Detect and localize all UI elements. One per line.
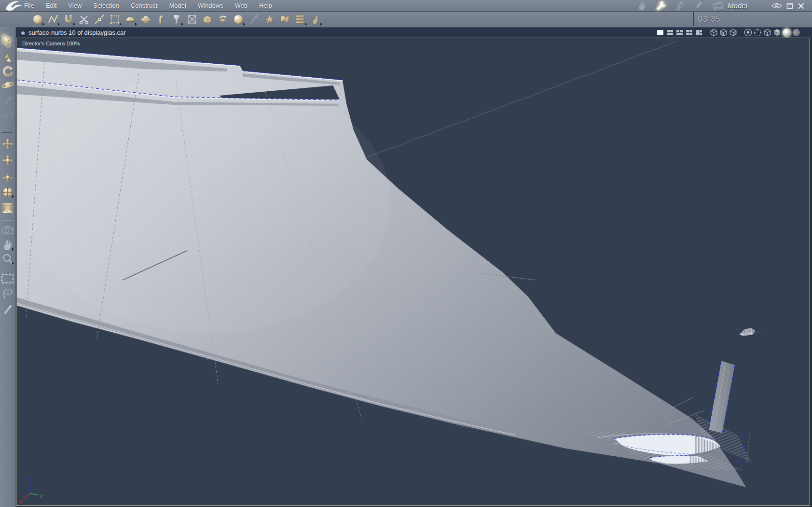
menu-construct[interactable]: Construct bbox=[131, 2, 158, 9]
link-tool-icon[interactable] bbox=[1, 108, 14, 121]
wireframe-mode-icon[interactable] bbox=[763, 28, 771, 37]
toolbar-divider bbox=[693, 12, 694, 26]
eye-icon[interactable] bbox=[771, 2, 783, 10]
pan-plane-icon[interactable] bbox=[1, 170, 14, 183]
assemble-hand-icon[interactable] bbox=[636, 0, 648, 11]
trackball-icon[interactable] bbox=[1, 185, 14, 198]
paint-select-icon[interactable] bbox=[1, 302, 14, 315]
camera-label: Director's Camera 100% bbox=[22, 41, 80, 46]
reference-cube-b-icon[interactable] bbox=[719, 28, 728, 37]
menu-items: File Edit View Selection Construct Model… bbox=[24, 0, 272, 11]
pan-ball-icon[interactable] bbox=[1, 154, 14, 167]
texture-brush-icon[interactable] bbox=[692, 0, 705, 11]
hand-pan-icon[interactable] bbox=[1, 238, 14, 251]
menu-selection[interactable]: Selection bbox=[93, 2, 119, 9]
menu-help[interactable]: Help bbox=[259, 2, 272, 9]
marquee-select-icon[interactable] bbox=[1, 272, 14, 285]
axis-x-label: x bbox=[19, 498, 23, 504]
menu-file[interactable]: File bbox=[24, 2, 34, 9]
walkthrough-icon[interactable] bbox=[1, 201, 14, 214]
mode-label: Model bbox=[728, 1, 753, 10]
render-film-icon[interactable] bbox=[711, 0, 725, 11]
loft-tool-icon[interactable] bbox=[216, 13, 230, 26]
scissors-tool-icon[interactable] bbox=[77, 13, 91, 26]
select-points-tool-icon[interactable] bbox=[108, 13, 122, 26]
surface-sheen bbox=[24, 72, 391, 333]
floating-fragment[interactable] bbox=[740, 328, 762, 336]
rail-divider bbox=[2, 269, 13, 269]
send-to-camera-icon[interactable] bbox=[744, 28, 752, 37]
layout-quad-icon[interactable] bbox=[685, 28, 693, 37]
axis-z-label: z bbox=[27, 476, 30, 482]
rail-divider bbox=[2, 220, 13, 220]
block-tool-icon[interactable] bbox=[201, 13, 214, 26]
lasso-select-icon[interactable] bbox=[1, 287, 14, 300]
carrara-window: { "app": { "mode_label": "Model", "windo… bbox=[0, 0, 812, 507]
universal-manipulator-icon[interactable] bbox=[1, 78, 14, 91]
surface-post[interactable] bbox=[709, 361, 735, 433]
layout-rows-icon[interactable] bbox=[666, 28, 674, 37]
document-dot-icon[interactable] bbox=[21, 31, 26, 36]
polyline-tool-icon[interactable] bbox=[46, 13, 60, 26]
toolbar-clock: 03:35 bbox=[698, 14, 721, 24]
construction-lines bbox=[365, 41, 678, 158]
reference-cube-a-icon[interactable] bbox=[710, 28, 718, 37]
move-3d-icon[interactable] bbox=[1, 51, 14, 64]
stack-tool-icon[interactable] bbox=[293, 13, 307, 26]
pan-xy-icon[interactable] bbox=[1, 137, 14, 150]
document-bar: surface-nurbs 10 of displayglas.car bbox=[15, 27, 812, 38]
shiny-sphere-tool-icon[interactable] bbox=[232, 13, 245, 26]
add-point-tool-icon[interactable] bbox=[93, 13, 106, 26]
flat-shade-mode-icon[interactable] bbox=[773, 28, 781, 37]
layout-three-pane-icon[interactable] bbox=[675, 28, 684, 37]
eyedropper-icon[interactable] bbox=[1, 93, 14, 106]
carrara-logo-icon bbox=[4, 0, 24, 11]
menu-view[interactable]: View bbox=[68, 2, 82, 9]
layout-large-left-icon[interactable] bbox=[695, 28, 703, 37]
maximize-icon[interactable] bbox=[786, 2, 793, 10]
spline-tool-icon[interactable] bbox=[309, 13, 322, 26]
smooth-shade-mode-icon[interactable] bbox=[783, 28, 791, 37]
camera-move-icon[interactable] bbox=[1, 224, 14, 237]
model-wrench-icon[interactable] bbox=[655, 0, 667, 11]
textured-mode-icon[interactable] bbox=[792, 28, 800, 37]
axis-indicator: z y x bbox=[19, 476, 43, 504]
rail-divider bbox=[2, 132, 13, 133]
menu-edit[interactable]: Edit bbox=[46, 2, 56, 9]
deform-tool-icon[interactable] bbox=[262, 13, 276, 26]
magnet-tool-icon[interactable] bbox=[62, 13, 75, 26]
select-arrow-icon[interactable] bbox=[1, 34, 14, 47]
toolbar-tools bbox=[31, 13, 322, 26]
lathe-tool-icon[interactable] bbox=[139, 13, 152, 26]
half-sphere-tool-icon[interactable] bbox=[124, 13, 137, 26]
rotate-gizmo-icon[interactable] bbox=[754, 28, 762, 37]
document-title: surface-nurbs 10 of displayglas.car bbox=[28, 29, 126, 36]
storyboard-pen-icon[interactable] bbox=[674, 0, 686, 11]
zoom-icon[interactable] bbox=[1, 252, 14, 265]
menu-bar: File Edit View Selection Construct Model… bbox=[0, 0, 812, 12]
mode-switcher bbox=[636, 0, 725, 11]
extrude-tool-icon[interactable] bbox=[154, 13, 168, 26]
goblet-tool-icon[interactable] bbox=[170, 13, 183, 26]
axis-y-label: y bbox=[40, 493, 43, 498]
viewport[interactable]: Director's Camera 100% bbox=[16, 38, 810, 506]
menu-windows[interactable]: Windows bbox=[198, 2, 223, 9]
close-icon[interactable] bbox=[798, 2, 804, 10]
model-toolbar: 03:35 bbox=[0, 12, 812, 28]
menu-model[interactable]: Model bbox=[169, 2, 186, 9]
layout-single-icon[interactable] bbox=[656, 28, 664, 37]
sweep-tool-icon[interactable] bbox=[278, 13, 291, 26]
menu-web[interactable]: Web bbox=[235, 2, 248, 9]
tool-rail bbox=[0, 27, 16, 507]
reference-cube-c-icon[interactable] bbox=[729, 28, 737, 37]
document-bar-icons bbox=[656, 28, 800, 37]
draw-line-tool-icon[interactable] bbox=[247, 13, 261, 26]
delete-surface-tool-icon[interactable] bbox=[185, 13, 199, 26]
viewport-canvas[interactable]: z y x bbox=[16, 38, 810, 505]
rotate-3d-icon[interactable] bbox=[1, 65, 14, 78]
sphere-tool-icon[interactable] bbox=[31, 13, 44, 26]
